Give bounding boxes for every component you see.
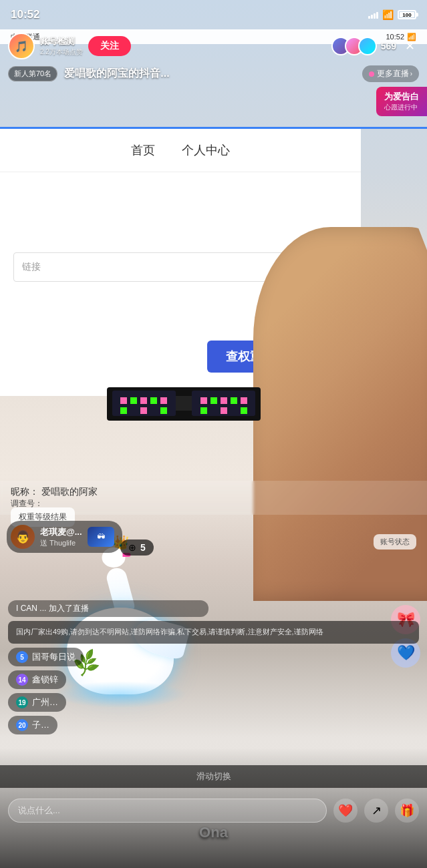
chat-bubble-1: 5 国哥每日说 xyxy=(8,648,84,666)
svg-rect-11 xyxy=(160,407,167,414)
host-avatar: 🎵 xyxy=(8,33,35,59)
svg-rect-10 xyxy=(140,407,147,414)
bottom-input-bar: 说点什么... ❤️ ↗ 🎁 xyxy=(0,793,427,828)
chat-bubble-3: 19 广州… xyxy=(8,693,66,712)
live-top-bar: 🎵 账号检测 2.2万本场点赞 关注 569 ✕ xyxy=(0,29,427,63)
badge-2: 14 xyxy=(16,674,28,686)
chat-message-4: 20 子… xyxy=(8,716,419,734)
viewer-avatars xyxy=(331,37,377,55)
wifi-icon: 📶 xyxy=(382,9,394,20)
chat-message-2: 14 鑫锁锌 xyxy=(8,670,419,689)
badge-3: 19 xyxy=(16,696,28,708)
join-message: I CAN ... 加入了直播 xyxy=(8,600,208,617)
close-button[interactable]: ✕ xyxy=(400,37,419,55)
outer-status-bar: 10:52 📶 100 xyxy=(0,0,427,29)
live-title-bar: 新人第70名 爱唱歌的阿宝的抖音... 更多直播 › xyxy=(0,63,427,85)
warning-text: 国内厂家出49购,请勿到达不明网站,谨防网络诈骗,私下交易,请谨慎判断,注意财产… xyxy=(16,628,323,636)
tiktok-icon: ⊕ xyxy=(128,542,136,553)
svg-rect-5 xyxy=(130,397,137,404)
chat-message-3: 19 广州… xyxy=(8,693,419,712)
svg-rect-19 xyxy=(241,407,247,414)
svg-rect-18 xyxy=(221,407,227,414)
host-name: 账号检测 xyxy=(40,35,83,47)
battery-icon: 100 xyxy=(398,10,416,19)
more-live-button[interactable]: 更多直播 › xyxy=(362,65,419,82)
more-live-dot-icon xyxy=(369,71,374,77)
warning-box: 国内厂家出49购,请勿到达不明网站,谨防网络诈骗,私下交易,请谨慎判断,注意财产… xyxy=(8,621,419,644)
svg-rect-9 xyxy=(120,407,127,414)
pixel-sunglasses xyxy=(107,377,261,433)
chat-name-3: 广州… xyxy=(32,696,58,708)
love-banner-title: 为爱告白 xyxy=(384,91,419,103)
svg-rect-6 xyxy=(140,397,147,404)
gift-notification: 👨 老琪麦@... 送 Thuglife 🕶 xyxy=(7,521,122,553)
new-badge: 新人第70名 xyxy=(8,66,57,81)
svg-rect-7 xyxy=(150,397,157,404)
gift-button[interactable]: 🎁 xyxy=(395,799,419,823)
svg-rect-8 xyxy=(160,397,167,404)
web-detail-right: 账号状态 xyxy=(374,534,416,550)
account-nickname: 昵称： 爱唱歌的阿家 xyxy=(11,486,416,498)
chat-name-2: 鑫锁锌 xyxy=(32,674,58,686)
blue-divider xyxy=(0,127,427,129)
tiktok-count-badge: ⊕ 5 xyxy=(120,539,154,556)
follow-button[interactable]: 关注 xyxy=(88,36,131,56)
status-time: 10:52 xyxy=(11,8,39,21)
more-live-arrow: › xyxy=(410,70,412,77)
love-banner: 为爱告白 心愿进行中 xyxy=(376,87,427,116)
svg-rect-4 xyxy=(120,397,127,404)
host-info: 🎵 账号检测 2.2万本场点赞 关注 xyxy=(8,33,131,59)
web-nav-home[interactable]: 首页 xyxy=(131,142,155,158)
svg-rect-3 xyxy=(176,396,192,411)
viewer-count: 569 xyxy=(381,41,396,51)
love-banner-subtitle: 心愿进行中 xyxy=(384,103,419,112)
svg-rect-17 xyxy=(200,407,207,414)
svg-rect-14 xyxy=(221,397,227,404)
chat-area: I CAN ... 加入了直播 国内厂家出49购,请勿到达不明网站,谨防网络诈骗… xyxy=(0,600,427,734)
svg-rect-15 xyxy=(231,397,237,404)
chat-bubble-4: 20 子… xyxy=(8,716,57,734)
host-sub: 2.2万本场点赞 xyxy=(40,47,83,57)
account-label: 账号状态 xyxy=(380,537,410,546)
gift-user-avatar: 👨 xyxy=(11,525,35,549)
web-nav-profile[interactable]: 个人中心 xyxy=(182,142,230,158)
badge-4: 20 xyxy=(16,719,28,731)
live-top-right: 569 ✕ xyxy=(331,37,419,55)
gift-sunglasses-icon: 🕶 xyxy=(88,527,114,547)
comment-input[interactable]: 说点什么... xyxy=(8,799,327,823)
chat-name-4: 子… xyxy=(32,719,49,731)
host-text: 账号检测 2.2万本场点赞 xyxy=(40,35,83,57)
web-result-label: 权重等级结果 xyxy=(19,512,67,521)
chat-message-1: 5 国哥每日说 xyxy=(8,648,419,666)
sunglasses-svg xyxy=(107,377,261,431)
svg-rect-16 xyxy=(241,397,247,404)
svg-rect-13 xyxy=(210,397,217,404)
share-button[interactable]: ↗ xyxy=(364,799,388,823)
svg-rect-12 xyxy=(200,397,207,404)
more-live-text: 更多直播 xyxy=(377,68,409,79)
tiktok-count: 5 xyxy=(140,542,146,553)
viewer-avatar-3 xyxy=(358,37,377,55)
heart-button[interactable]: ❤️ xyxy=(333,799,358,823)
gift-action-text: 送 Thuglife xyxy=(40,538,82,548)
status-icons: 📶 100 xyxy=(368,9,416,20)
badge-1: 5 xyxy=(16,651,28,663)
chat-name-1: 国哥每日说 xyxy=(32,651,76,663)
gift-user-info: 老琪麦@... 送 Thuglife xyxy=(40,526,82,548)
comment-placeholder: 说点什么... xyxy=(18,805,60,817)
gift-username: 老琪麦@... xyxy=(40,526,82,538)
web-navigation: 首页 个人中心 xyxy=(0,129,361,172)
signal-icon xyxy=(368,11,378,19)
chat-bubble-2: 14 鑫锁锌 xyxy=(8,670,66,689)
web-input-placeholder: 链接 xyxy=(22,261,41,273)
live-title: 爱唱歌的阿宝的抖音... xyxy=(64,67,355,81)
